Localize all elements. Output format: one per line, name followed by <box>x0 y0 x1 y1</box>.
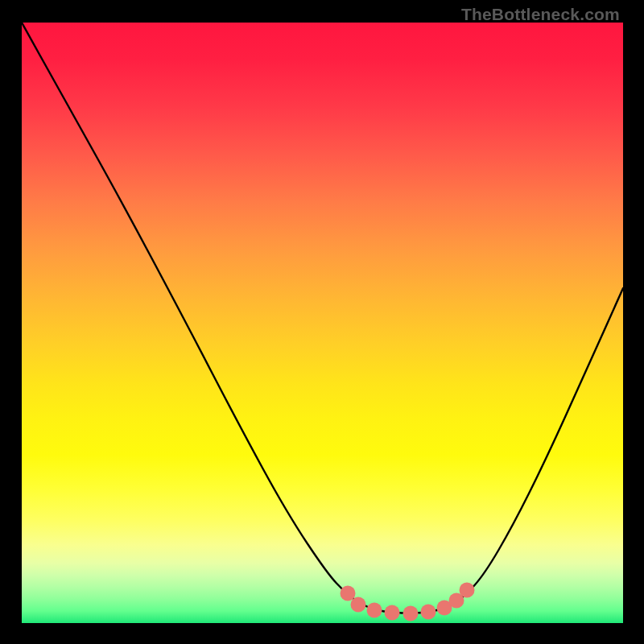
plot-area <box>22 23 623 623</box>
valley-marker-3 <box>385 605 400 621</box>
curve-group <box>22 23 623 613</box>
valley-marker-8 <box>460 583 475 598</box>
valley-marker-5 <box>421 605 436 620</box>
valley-marker-1 <box>351 597 366 613</box>
chart-stage: TheBottleneck.com <box>0 0 644 644</box>
valley-marker-2 <box>367 603 382 618</box>
attribution-text: TheBottleneck.com <box>461 5 620 24</box>
chart-svg <box>22 23 623 623</box>
valley-marker-0 <box>341 586 356 601</box>
valley-marker-4 <box>403 606 419 621</box>
valley-markers <box>341 583 475 621</box>
bottleneck-curve <box>22 23 623 613</box>
